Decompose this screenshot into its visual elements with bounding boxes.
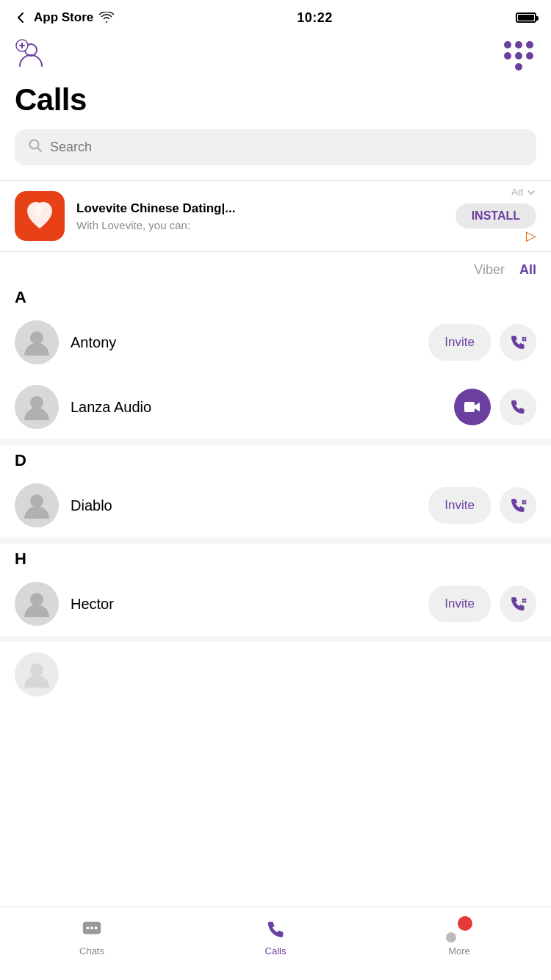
filter-all-button[interactable]: All <box>519 262 536 278</box>
ad-app-icon <box>15 191 65 241</box>
svg-point-20 <box>525 599 527 601</box>
dot <box>515 41 522 48</box>
search-bar[interactable] <box>15 129 536 165</box>
more-nav-label: More <box>448 945 470 956</box>
avatar-antony <box>15 320 59 364</box>
nav-more[interactable]: More <box>367 916 551 956</box>
add-contact-button[interactable] <box>15 38 47 73</box>
phone-dots-icon <box>508 594 527 613</box>
bottom-nav: Chats Calls More <box>0 907 551 980</box>
chats-nav-icon <box>79 916 105 943</box>
svg-point-13 <box>30 494 43 508</box>
phone-icon <box>508 397 527 417</box>
section-header-a: A <box>0 282 551 310</box>
video-icon <box>463 397 482 417</box>
call-button-lanza[interactable] <box>500 389 536 425</box>
avatar-partial <box>15 652 59 696</box>
ad-title: Lovevite Chinese Dating|... <box>76 201 444 216</box>
more-nav-icon <box>446 916 472 943</box>
search-icon <box>28 138 43 156</box>
svg-point-22 <box>525 601 527 603</box>
filter-row: Viber All <box>0 252 551 282</box>
calls-nav-icon <box>262 916 289 943</box>
top-toolbar <box>0 32 551 76</box>
svg-point-21 <box>522 601 525 603</box>
svg-point-27 <box>95 926 98 929</box>
svg-point-19 <box>522 599 525 601</box>
ad-label: Ad <box>511 187 536 198</box>
more-dot-gray <box>446 932 456 943</box>
calls-nav-label: Calls <box>265 945 287 956</box>
section-header-h: H <box>0 544 551 572</box>
svg-line-5 <box>37 148 41 151</box>
avatar-lanza <box>15 385 59 429</box>
svg-rect-12 <box>464 402 475 412</box>
svg-point-23 <box>30 663 43 677</box>
nav-spacer <box>0 701 551 774</box>
battery-icon <box>516 12 536 23</box>
contact-name-antony: Antony <box>71 334 417 351</box>
status-left: App Store <box>15 10 114 25</box>
svg-point-17 <box>525 502 527 505</box>
svg-point-16 <box>522 502 525 505</box>
invite-button-antony[interactable]: Invite <box>428 324 491 361</box>
page-title: Calls <box>0 76 551 129</box>
contact-actions-hector: Invite <box>428 586 536 622</box>
wifi-icon <box>99 12 114 24</box>
filter-viber-button[interactable]: Viber <box>474 262 505 278</box>
more-options-button[interactable] <box>501 38 536 73</box>
contact-name-hector: Hector <box>71 596 417 613</box>
ad-subtitle: With Lovevite, you can: <box>76 219 444 231</box>
dot <box>526 41 533 48</box>
ad-banner: Ad Lovevite Chinese Dating|... With Love… <box>0 181 551 252</box>
ad-text: Lovevite Chinese Dating|... With Lovevit… <box>76 201 444 231</box>
svg-point-18 <box>30 593 43 606</box>
contact-item-partial <box>0 642 551 701</box>
contact-actions-diablo: Invite <box>428 487 536 524</box>
invite-button-hector[interactable]: Invite <box>428 586 491 622</box>
svg-point-15 <box>525 500 527 502</box>
svg-point-8 <box>525 337 527 339</box>
svg-point-14 <box>522 500 525 502</box>
svg-point-11 <box>30 396 43 409</box>
dot <box>504 52 511 60</box>
invite-button-diablo[interactable]: Invite <box>428 487 491 524</box>
install-button[interactable]: INSTALL <box>455 203 536 228</box>
phone-dots-icon <box>508 333 527 352</box>
section-separator <box>0 439 551 445</box>
svg-point-25 <box>87 926 90 929</box>
svg-point-26 <box>90 926 93 929</box>
dot <box>504 63 511 71</box>
nav-calls[interactable]: Calls <box>184 916 367 956</box>
chat-icon <box>81 918 103 940</box>
more-dot-red <box>458 916 472 931</box>
viber-call-button-antony[interactable] <box>500 324 536 361</box>
chevron-down-icon <box>526 187 536 198</box>
ad-tracking-icon: ▷ <box>526 228 536 244</box>
svg-point-9 <box>522 339 525 342</box>
contact-item-antony: Antony Invite <box>0 310 551 375</box>
contact-actions-lanza <box>454 389 536 425</box>
avatar-hector <box>15 582 59 626</box>
phone-nav-icon <box>264 918 287 940</box>
contact-name-lanza: Lanza Audio <box>71 399 442 416</box>
more-icon-wrap <box>446 916 472 943</box>
avatar-diablo <box>15 483 59 527</box>
dot <box>504 41 511 48</box>
contact-item-diablo: Diablo Invite <box>0 473 551 538</box>
dot <box>526 52 533 60</box>
app-store-label: App Store <box>34 10 93 25</box>
contact-name-diablo: Diablo <box>71 497 417 514</box>
search-input[interactable] <box>50 140 523 155</box>
contact-item-lanza: Lanza Audio <box>0 375 551 439</box>
contact-actions-antony: Invite <box>428 324 536 361</box>
viber-call-button-diablo[interactable] <box>500 487 536 524</box>
section-header-d: D <box>0 445 551 473</box>
back-arrow-icon <box>15 11 28 24</box>
video-call-button-lanza[interactable] <box>454 389 491 425</box>
nav-chats[interactable]: Chats <box>0 916 184 956</box>
section-separator <box>0 538 551 544</box>
viber-call-button-hector[interactable] <box>500 586 536 622</box>
svg-point-7 <box>522 337 525 339</box>
status-right <box>516 12 536 23</box>
